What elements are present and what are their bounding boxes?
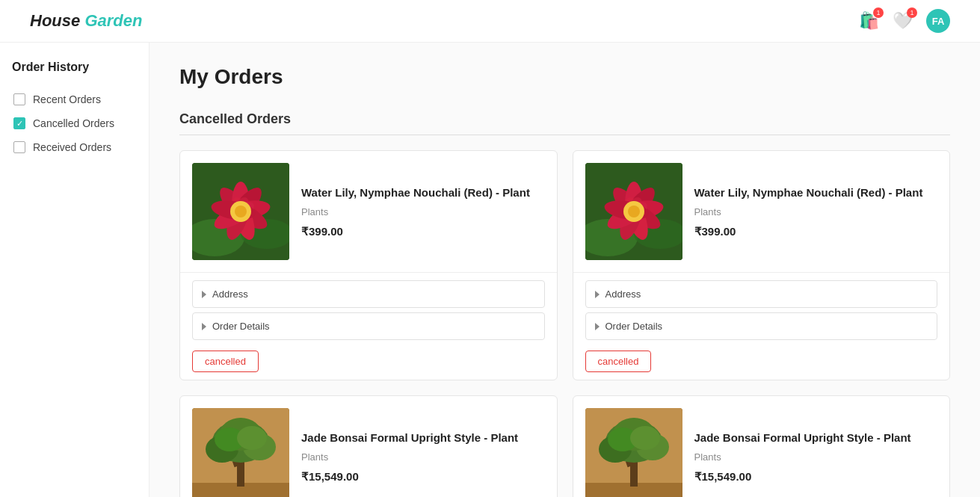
address-row-2[interactable]: Address: [585, 280, 938, 308]
sidebar: Order History Recent Orders Cancelled Or…: [0, 43, 150, 497]
recent-checkbox[interactable]: [13, 93, 25, 105]
header-icons: 🛍️ 1 🤍 1 FA: [859, 9, 950, 33]
product-info-2: Water Lily, Nymphae Nouchali (Red) - Pla…: [694, 185, 938, 238]
order-card-4: Jade Bonsai Formal Upright Style - Plant…: [573, 395, 951, 497]
section-title: Cancelled Orders: [179, 111, 950, 135]
sidebar-item-received[interactable]: Received Orders: [12, 137, 137, 158]
orders-grid: Water Lily, Nymphae Nouchali (Red) - Pla…: [179, 150, 950, 497]
product-row-4: Jade Bonsai Formal Upright Style - Plant…: [573, 396, 950, 497]
cancelled-label: Cancelled Orders: [33, 117, 114, 129]
svg-point-27: [628, 206, 640, 217]
product-price-1: ₹399.00: [301, 225, 545, 238]
logo[interactable]: House Garden: [30, 11, 142, 31]
header: House Garden 🛍️ 1 🤍 1 FA: [0, 0, 980, 43]
product-category-1: Plants: [301, 206, 545, 217]
order-actions-2: Address Order Details cancelled: [573, 272, 950, 380]
product-row-3: Jade Bonsai Formal Upright Style - Plant…: [180, 396, 557, 497]
product-image-1: [192, 163, 289, 260]
product-image-3: [192, 408, 289, 497]
cancelled-button-2[interactable]: cancelled: [585, 351, 652, 372]
product-image-2: [585, 163, 682, 260]
page-title: My Orders: [179, 65, 950, 89]
product-row-1: Water Lily, Nymphae Nouchali (Red) - Pla…: [180, 151, 557, 272]
chevron-address-2: [595, 291, 600, 298]
sidebar-item-recent[interactable]: Recent Orders: [12, 89, 137, 110]
product-category-4: Plants: [694, 451, 938, 463]
address-label-2: Address: [605, 288, 641, 300]
cart-badge: 1: [873, 7, 884, 18]
svg-point-37: [237, 426, 267, 450]
product-name-2: Water Lily, Nymphae Nouchali (Red) - Pla…: [694, 185, 938, 200]
cancelled-checkbox[interactable]: [13, 117, 25, 129]
received-checkbox[interactable]: [13, 141, 25, 153]
product-info-4: Jade Bonsai Formal Upright Style - Plant…: [694, 430, 938, 484]
main-content: My Orders Cancelled Orders: [150, 43, 980, 497]
order-actions-1: Address Order Details cancelled: [180, 272, 557, 380]
product-info-3: Jade Bonsai Formal Upright Style - Plant…: [301, 430, 545, 484]
wishlist-badge: 1: [907, 7, 917, 18]
product-name-3: Jade Bonsai Formal Upright Style - Plant: [301, 430, 545, 445]
product-category-2: Plants: [694, 206, 938, 217]
product-name-1: Water Lily, Nymphae Nouchali (Red) - Pla…: [301, 185, 545, 200]
chevron-address-1: [202, 291, 206, 298]
product-name-4: Jade Bonsai Formal Upright Style - Plant: [694, 430, 938, 445]
wishlist-icon[interactable]: 🤍 1: [893, 11, 913, 31]
recent-label: Recent Orders: [33, 93, 101, 105]
sidebar-item-cancelled[interactable]: Cancelled Orders: [12, 113, 137, 134]
logo-house: House: [30, 11, 80, 30]
address-label-1: Address: [212, 288, 248, 300]
cart-icon[interactable]: 🛍️ 1: [859, 11, 879, 31]
order-details-row-2[interactable]: Order Details: [585, 312, 938, 340]
product-info-1: Water Lily, Nymphae Nouchali (Red) - Pla…: [301, 185, 545, 238]
sidebar-title: Order History: [12, 61, 137, 74]
product-price-3: ₹15,549.00: [301, 470, 545, 484]
order-details-label-2: Order Details: [605, 321, 663, 332]
cancelled-button-1[interactable]: cancelled: [192, 351, 259, 372]
order-details-row-1[interactable]: Order Details: [192, 312, 545, 340]
product-image-4: [585, 408, 682, 497]
order-card-2: Water Lily, Nymphae Nouchali (Red) - Pla…: [573, 150, 951, 380]
order-details-label-1: Order Details: [212, 321, 270, 332]
product-row-2: Water Lily, Nymphae Nouchali (Red) - Pla…: [573, 151, 950, 272]
page-layout: Order History Recent Orders Cancelled Or…: [0, 43, 980, 497]
chevron-details-1: [202, 323, 206, 330]
order-card-3: Jade Bonsai Formal Upright Style - Plant…: [179, 395, 558, 497]
address-row-1[interactable]: Address: [192, 280, 545, 308]
svg-point-13: [235, 206, 247, 217]
product-category-3: Plants: [301, 451, 545, 463]
svg-point-47: [630, 426, 660, 450]
product-price-2: ₹399.00: [694, 225, 938, 238]
logo-garden: Garden: [84, 11, 142, 30]
user-avatar[interactable]: FA: [926, 9, 950, 33]
order-card-1: Water Lily, Nymphae Nouchali (Red) - Pla…: [179, 150, 558, 380]
product-price-4: ₹15,549.00: [694, 470, 938, 484]
received-label: Received Orders: [33, 141, 111, 153]
chevron-details-2: [595, 323, 600, 330]
